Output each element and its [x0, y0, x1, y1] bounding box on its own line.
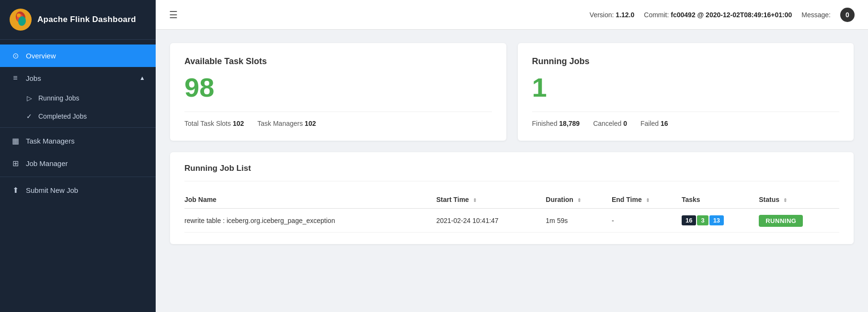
- total-task-slots: Total Task Slots 102: [184, 120, 244, 127]
- running-jobs-title: Running Jobs: [532, 56, 840, 67]
- col-start-time: Start Time ⇕: [436, 191, 546, 209]
- sidebar-item-running-jobs[interactable]: ▷ Running Jobs: [0, 89, 156, 107]
- col-start-time-label: Start Time: [436, 196, 469, 203]
- task-slots-value: 98: [184, 74, 492, 101]
- job-list-card: Running Job List Job Name Start Time ⇕ D…: [170, 152, 854, 244]
- running-jobs-value: 1: [532, 74, 840, 101]
- finished-meta: Finished 18,789: [532, 120, 580, 127]
- status-badge: RUNNING: [759, 215, 803, 227]
- main-content: ☰ Version: 1.12.0 Commit: fc00492 @ 2020…: [156, 0, 868, 312]
- completed-jobs-label: Completed Jobs: [38, 112, 87, 120]
- task-managers-icon: ▦: [11, 136, 20, 145]
- col-job-name: Job Name: [184, 191, 436, 209]
- job-manager-icon: ⊞: [11, 159, 20, 168]
- running-jobs-icon: ▷: [25, 94, 34, 102]
- topbar-right: Version: 1.12.0 Commit: fc00492 @ 2020-1…: [590, 8, 855, 22]
- content-area: Available Task Slots 98 Total Task Slots…: [156, 30, 868, 257]
- canceled-label: Canceled: [593, 120, 621, 127]
- canceled-meta: Canceled 0: [593, 120, 627, 127]
- canceled-value: 0: [623, 120, 627, 127]
- task-slots-card: Available Task Slots 98 Total Task Slots…: [170, 43, 506, 141]
- nav-divider-2: [0, 177, 156, 177]
- cell-start-time: 2021-02-24 10:41:47: [436, 209, 546, 233]
- sidebar-item-completed-jobs[interactable]: ✓ Completed Jobs: [0, 107, 156, 125]
- app-title: Apache Flink Dashboard: [37, 15, 136, 24]
- sidebar-item-submit-job[interactable]: ⬆ Submit New Job: [0, 179, 156, 201]
- version-label: Version:: [590, 11, 614, 19]
- cell-tasks: 16 3 13: [682, 209, 759, 233]
- task-badges: 16 3 13: [682, 215, 753, 225]
- task-managers-meta: Task Managers 102: [257, 120, 316, 127]
- hamburger-icon[interactable]: ☰: [169, 9, 178, 21]
- col-status: Status ⇕: [759, 191, 839, 209]
- cell-end-time: -: [612, 209, 682, 233]
- total-task-slots-label: Total Task Slots: [184, 120, 231, 127]
- failed-meta: Failed 16: [640, 120, 668, 127]
- task-managers-meta-value: 102: [305, 120, 316, 127]
- completed-jobs-icon: ✓: [25, 112, 34, 120]
- sidebar-item-overview[interactable]: ⊙ Overview: [0, 45, 156, 67]
- jobs-label: Jobs: [26, 74, 41, 82]
- stats-row: Available Task Slots 98 Total Task Slots…: [170, 43, 854, 141]
- flink-logo-icon: [10, 9, 32, 31]
- sidebar-item-task-managers[interactable]: ▦ Task Managers: [0, 130, 156, 152]
- job-manager-label: Job Manager: [26, 159, 68, 167]
- task-slots-divider: [184, 111, 492, 112]
- failed-value: 16: [661, 120, 668, 127]
- commit-info: Commit: fc00492 @ 2020-12-02T08:49:16+01…: [644, 11, 792, 19]
- topbar-left: ☰: [169, 9, 178, 21]
- task-badge-total: 16: [682, 215, 696, 225]
- col-tasks: Tasks: [682, 191, 759, 209]
- sidebar-item-jobs[interactable]: ≡ Jobs ▲: [0, 67, 156, 89]
- end-time-sort-icon[interactable]: ⇕: [646, 198, 650, 203]
- running-jobs-card: Running Jobs 1 Finished 18,789 Canceled …: [518, 43, 854, 141]
- version-value: 1.12.0: [616, 11, 634, 19]
- sidebar-item-job-manager[interactable]: ⊞ Job Manager: [0, 152, 156, 175]
- col-tasks-label: Tasks: [682, 196, 700, 203]
- task-managers-meta-label: Task Managers: [257, 120, 303, 127]
- col-status-label: Status: [759, 196, 779, 203]
- submit-icon: ⬆: [11, 186, 20, 195]
- table-header-row: Job Name Start Time ⇕ Duration ⇕ End Tim…: [184, 191, 839, 209]
- commit-value: fc00492 @ 2020-12-02T08:49:16+01:00: [671, 11, 792, 19]
- col-duration-label: Duration: [546, 196, 573, 203]
- task-slots-title: Available Task Slots: [184, 56, 492, 67]
- col-job-name-label: Job Name: [184, 196, 217, 203]
- start-time-sort-icon[interactable]: ⇕: [473, 198, 477, 203]
- table-row[interactable]: rewrite table : iceberg.org.iceberg_page…: [184, 209, 839, 233]
- task-badge-running: 3: [697, 215, 708, 225]
- job-table: Job Name Start Time ⇕ Duration ⇕ End Tim…: [184, 191, 839, 233]
- duration-sort-icon[interactable]: ⇕: [577, 198, 581, 203]
- col-duration: Duration ⇕: [546, 191, 612, 209]
- running-jobs-label: Running Jobs: [38, 94, 80, 102]
- topbar: ☰ Version: 1.12.0 Commit: fc00492 @ 2020…: [156, 0, 868, 30]
- status-sort-icon[interactable]: ⇕: [783, 198, 787, 203]
- job-list-title: Running Job List: [184, 164, 839, 181]
- version-info: Version: 1.12.0: [590, 11, 634, 19]
- message-badge[interactable]: 0: [840, 8, 855, 22]
- overview-label: Overview: [26, 52, 56, 60]
- jobs-icon: ≡: [11, 74, 20, 82]
- col-end-time: End Time ⇕: [612, 191, 682, 209]
- commit-label: Commit:: [644, 11, 669, 19]
- nav-divider-1: [0, 127, 156, 128]
- sidebar-logo: Apache Flink Dashboard: [0, 0, 156, 40]
- total-task-slots-value: 102: [233, 120, 244, 127]
- finished-value: 18,789: [559, 120, 580, 127]
- message-label: Message:: [801, 11, 831, 19]
- failed-label: Failed: [640, 120, 659, 127]
- task-slots-meta: Total Task Slots 102 Task Managers 102: [184, 120, 492, 127]
- submit-new-job-label: Submit New Job: [26, 186, 78, 194]
- cell-status: RUNNING: [759, 209, 839, 233]
- finished-label: Finished: [532, 120, 558, 127]
- task-badge-other: 13: [709, 215, 724, 225]
- running-jobs-meta: Finished 18,789 Canceled 0 Failed 16: [532, 120, 840, 127]
- col-end-time-label: End Time: [612, 196, 642, 203]
- svg-point-3: [17, 13, 21, 17]
- sidebar: Apache Flink Dashboard ⊙ Overview ≡ Jobs…: [0, 0, 156, 312]
- cell-job-name: rewrite table : iceberg.org.iceberg_page…: [184, 209, 436, 233]
- jobs-arrow-icon: ▲: [139, 75, 145, 81]
- nav-section: ⊙ Overview ≡ Jobs ▲ ▷ Running Jobs ✓ Com…: [0, 40, 156, 312]
- cell-duration: 1m 59s: [546, 209, 612, 233]
- running-jobs-divider: [532, 111, 840, 112]
